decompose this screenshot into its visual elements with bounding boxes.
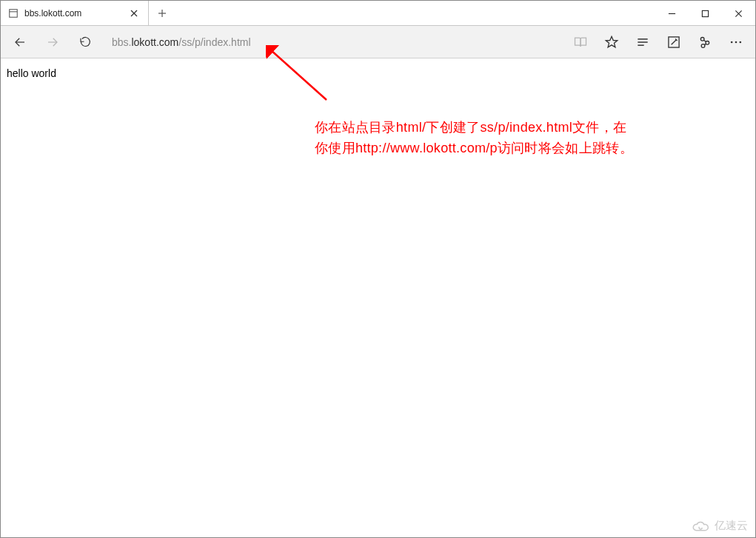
url-host: lokott.com (131, 36, 178, 48)
svg-rect-0 (10, 9, 18, 17)
watermark: 亿速云 (691, 519, 748, 533)
svg-line-20 (704, 40, 706, 41)
minimize-button[interactable] (655, 1, 689, 26)
toolbar-right-icons (566, 27, 751, 57)
watermark-text: 亿速云 (715, 519, 748, 533)
svg-marker-12 (606, 36, 618, 47)
page-body-text: hello world (7, 67, 56, 79)
refresh-button[interactable] (70, 27, 100, 57)
svg-point-23 (735, 41, 737, 43)
tab-strip: bbs.lokott.com (1, 1, 755, 26)
new-tab-button[interactable] (149, 1, 175, 25)
svg-point-18 (706, 41, 709, 44)
page-icon (8, 8, 19, 19)
address-bar[interactable]: bbs. lokott.com /ss/p/index.html (103, 30, 563, 54)
reading-view-icon[interactable] (566, 27, 595, 57)
toolbar: bbs. lokott.com /ss/p/index.html (1, 26, 755, 58)
window-close-button[interactable] (722, 1, 755, 26)
svg-point-17 (700, 37, 704, 41)
favorite-icon[interactable] (597, 27, 626, 57)
tab-title: bbs.lokott.com (24, 8, 121, 19)
maximize-button[interactable] (689, 1, 722, 26)
back-button[interactable] (5, 27, 35, 57)
svg-point-22 (731, 41, 733, 43)
url-dim-prefix: bbs. (112, 36, 131, 48)
url-dim-suffix: /ss/p/index.html (178, 36, 250, 48)
close-tab-button[interactable] (127, 7, 141, 20)
svg-line-21 (704, 44, 706, 44)
svg-point-24 (740, 41, 742, 43)
window-controls (655, 1, 755, 26)
cloud-icon (691, 519, 710, 533)
share-icon[interactable] (690, 27, 720, 57)
tab-active[interactable]: bbs.lokott.com (1, 1, 149, 25)
annotation-text: 你在站点目录html/下创建了ss/p/index.html文件，在你使用htt… (315, 118, 633, 159)
web-note-icon[interactable] (659, 27, 689, 57)
svg-rect-7 (702, 10, 708, 16)
more-icon[interactable] (721, 27, 751, 57)
forward-button[interactable] (38, 27, 67, 57)
hub-icon[interactable] (628, 27, 658, 57)
